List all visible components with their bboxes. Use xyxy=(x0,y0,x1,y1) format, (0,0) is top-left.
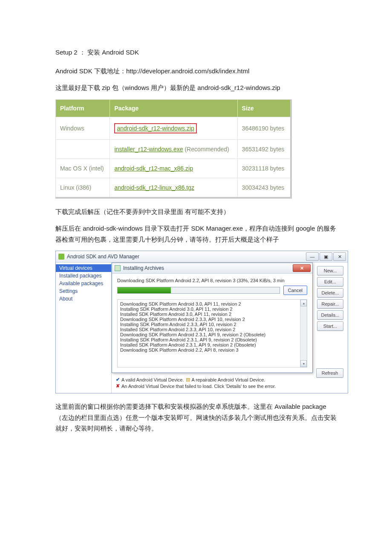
unzip-note: 下载完成后解压（记住不要弄到中文目录里面 有可能不支持） xyxy=(55,206,337,217)
th-size: Size xyxy=(237,99,291,117)
download-link[interactable]: android-sdk_r12-linux_x86.tgz xyxy=(114,184,194,191)
cell-package: android-sdk_r12-windows.zip xyxy=(110,117,237,139)
scroll-up-icon[interactable]: ▴ xyxy=(300,300,307,306)
log-panel: Downloading SDK Platform Android 3.0, AP… xyxy=(117,299,307,367)
legend: ✔ A valid Android Virtual Device. ▧ A re… xyxy=(116,377,343,389)
download-link[interactable]: android-sdk_r12-windows.zip xyxy=(117,125,194,132)
cell-platform: Linux (i386) xyxy=(56,178,110,198)
archive-icon xyxy=(115,265,121,271)
x-icon: ✘ xyxy=(116,383,120,389)
check-icon: ✔ xyxy=(116,377,120,382)
sidebar-item[interactable]: Installed packages xyxy=(56,272,111,280)
zip-advice-text: 这里最好是下载 zip 包（windows 用户）最新的是 android-sd… xyxy=(55,82,337,93)
close-button[interactable]: ✕ xyxy=(333,252,346,261)
legend-repairable: A repairable Android Virtual Device. xyxy=(192,377,265,382)
cell-size: 36486190 bytes xyxy=(237,117,291,139)
download-link[interactable]: installer_r12-windows.exe xyxy=(114,146,183,153)
scroll-down-icon[interactable]: ▾ xyxy=(300,360,307,367)
log-line: Installing SDK Platform Android 2.3.3, A… xyxy=(120,322,304,327)
log-line: Downloading SDK Platform Android 2.2, AP… xyxy=(120,347,304,353)
android-icon xyxy=(58,254,64,260)
sidebar-item[interactable]: Settings xyxy=(56,287,111,295)
closing-note: 这里前面的窗口根据你的需要选择下载和安装模拟器的安卓系统版本。这里在 Avail… xyxy=(55,401,337,434)
log-line: Installing SDK Platform Android 3.0, API… xyxy=(120,306,304,312)
log-line: Installed SDK Platform Android 2.3.3, AP… xyxy=(120,327,304,332)
download-status-text: Downloading SDK Platform Android 2.2, AP… xyxy=(117,278,307,283)
sidebar-item[interactable]: About xyxy=(56,295,111,303)
recommended-label: (Recommended) xyxy=(183,146,229,153)
legend-failed: An Android Virtual Device that failed to… xyxy=(121,384,276,389)
cell-size: 30034243 bytes xyxy=(237,178,291,198)
warning-icon: ▧ xyxy=(186,377,190,382)
log-line: Downloading SDK Platform Android 2.3.1, … xyxy=(120,332,304,337)
refresh-button[interactable]: Refresh xyxy=(316,368,343,378)
cell-package: android-sdk_r12-mac_x86.zip xyxy=(110,159,237,178)
log-line: Downloading SDK Platform Android 3.0, AP… xyxy=(120,301,304,306)
download-table: Platform Package Size Windowsandroid-sdk… xyxy=(55,99,292,199)
legend-valid: A valid Android Virtual Device. xyxy=(121,377,184,382)
dialog-titlebar: Installing Archives ✕ xyxy=(112,263,312,274)
download-link[interactable]: android-sdk_r12-mac_x86.zip xyxy=(114,165,193,172)
log-scrollbar[interactable]: ▴ ▾ xyxy=(300,300,307,367)
log-line: Installing SDK Platform Android 2.3.1, A… xyxy=(120,337,304,342)
window-titlebar: Android SDK and AVD Manager — ▣ ✕ xyxy=(56,251,348,263)
repair-button[interactable]: Repair... xyxy=(317,299,343,309)
delete-button[interactable]: Delete... xyxy=(317,288,343,298)
cell-platform xyxy=(56,139,110,159)
cell-package: installer_r12-windows.exe (Recommended) xyxy=(110,139,237,159)
th-package: Package xyxy=(110,99,237,117)
maximize-button[interactable]: ▣ xyxy=(320,252,332,261)
installing-dialog: Installing Archives ✕ Downloading SDK Pl… xyxy=(112,263,313,373)
window-title: Android SDK and AVD Manager xyxy=(67,254,306,260)
cancel-button[interactable]: Cancel xyxy=(283,286,307,295)
table-row: installer_r12-windows.exe (Recommended)3… xyxy=(56,139,291,159)
cell-platform: Windows xyxy=(56,117,110,139)
download-url-text: Android SDK 下载地址：http://developer.androi… xyxy=(55,66,337,77)
start-button[interactable]: Start... xyxy=(317,321,343,331)
cell-platform: Mac OS X (intel) xyxy=(56,159,110,178)
avd-manager-window: Android SDK and AVD Manager — ▣ ✕ Virtua… xyxy=(55,251,348,393)
new-button[interactable]: New... xyxy=(317,266,343,275)
dialog-close-button[interactable]: ✕ xyxy=(293,264,311,272)
sidebar-item[interactable]: Virtual devices xyxy=(56,264,111,272)
table-row: Windowsandroid-sdk_r12-windows.zip364861… xyxy=(56,117,291,139)
dialog-title: Installing Archives xyxy=(123,265,293,271)
sdk-manager-note: 解压后在 android-sdk-windows 目录下双击打开 SDK Man… xyxy=(55,223,337,245)
progress-bar xyxy=(117,287,280,294)
heading: Setup 2 ： 安装 Android SDK xyxy=(55,47,337,58)
log-line: Installed SDK Platform Android 3.0, API … xyxy=(120,312,304,317)
sidebar-item[interactable]: Available packages xyxy=(56,280,111,287)
table-row: Mac OS X (intel)android-sdk_r12-mac_x86.… xyxy=(56,159,291,178)
cell-package: android-sdk_r12-linux_x86.tgz xyxy=(110,178,237,198)
minimize-button[interactable]: — xyxy=(306,252,319,261)
cell-size: 36531492 bytes xyxy=(237,139,291,159)
details-button[interactable]: Details... xyxy=(317,310,343,320)
edit-button[interactable]: Edit... xyxy=(317,277,343,286)
log-line: Installed SDK Platform Android 2.3.1, AP… xyxy=(120,342,304,347)
th-platform: Platform xyxy=(56,99,110,117)
table-row: Linux (i386)android-sdk_r12-linux_x86.tg… xyxy=(56,178,291,198)
cell-size: 30231118 bytes xyxy=(237,159,291,178)
main-panel: Installing Archives ✕ Downloading SDK Pl… xyxy=(112,263,348,393)
sidebar: Virtual devicesInstalled packagesAvailab… xyxy=(56,263,112,393)
log-line: Downloading SDK Platform Android 2.3.3, … xyxy=(120,317,304,322)
